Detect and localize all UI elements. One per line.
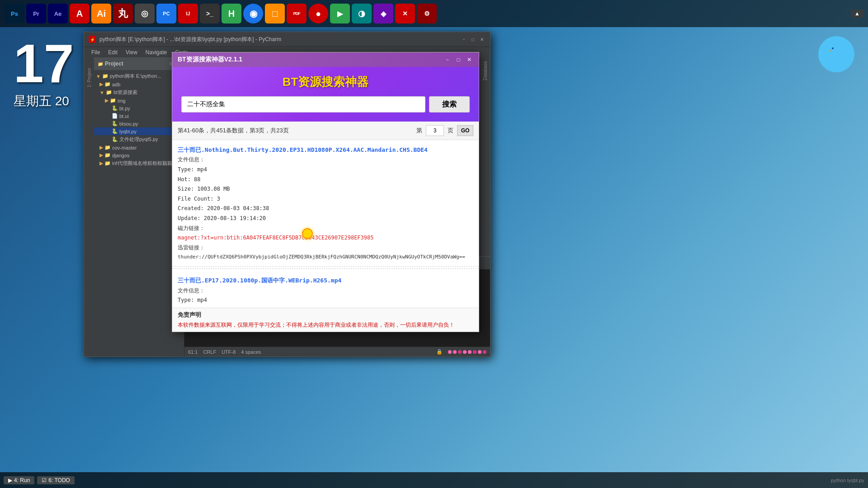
svg-text:⚡: ⚡ — [90, 37, 95, 42]
py-icon-btpy: 🐍 — [112, 105, 118, 111]
folder-expand-icon: ▼ — [96, 74, 101, 79]
ai-orange-icon[interactable]: Ai — [91, 4, 111, 23]
tree-item-djangos[interactable]: ▶ 📁 djangos — [94, 151, 184, 159]
run-icon-bottom: ▶ — [8, 477, 12, 483]
tree-label-btpy: bt.py — [119, 106, 130, 111]
ij-icon[interactable]: IJ — [178, 4, 198, 23]
tree-label-adb: adb — [112, 82, 120, 87]
bt-search-input[interactable] — [181, 96, 425, 113]
menu-navigate[interactable]: Navigate — [142, 48, 170, 56]
folder-expand-cov: ▶ — [99, 145, 103, 150]
cmd-icon[interactable]: >_ — [200, 4, 220, 23]
bt-results[interactable]: 三十而已.Nothing.But.Thirty.2020.EP31.HD1080… — [172, 140, 479, 308]
pycharm-close-button[interactable]: ✕ — [478, 36, 486, 43]
tree-item-root[interactable]: ▼ 📁 python脚本 E:\python... — [94, 72, 184, 80]
pycharm-maximize-button[interactable]: □ — [469, 36, 476, 43]
folder-icon-img: 📁 — [110, 98, 116, 103]
pr-icon[interactable]: Pr — [26, 4, 46, 23]
dot-7 — [478, 350, 481, 354]
tree-item-bt[interactable]: ▼ 📁 bt资源搜索 — [94, 88, 184, 97]
tree-item-fileproc[interactable]: 🐍 文件处理pyqt5.py — [94, 135, 184, 144]
taskbar-status-right: python lyqbt.py — [831, 478, 864, 483]
menu-view[interactable]: View — [122, 48, 141, 56]
tree-item-img[interactable]: ▶ 📁 img — [94, 97, 184, 104]
svg-point-2 — [829, 46, 834, 52]
status-lock-icon: 🔒 — [436, 349, 443, 355]
tree-item-btsou[interactable]: 🐍 btsou.py — [94, 120, 184, 127]
dot-6 — [473, 350, 476, 354]
teal-icon[interactable]: ◑ — [352, 4, 372, 23]
ai-red-icon[interactable]: A — [70, 4, 90, 23]
tree-item-inf[interactable]: ▶ 📁 inf代理圈域名维权框框颖颖校校 — [94, 159, 184, 168]
tree-item-btpy[interactable]: 🐍 bt.py — [94, 104, 184, 112]
browser-icon[interactable]: ◉ — [243, 4, 263, 23]
pdf-icon[interactable]: PDF — [287, 4, 307, 23]
folder-icon-inf: 📁 — [104, 160, 111, 166]
result-thunder-link-1[interactable]: thunder://QUFtdZXQ6PSh0PXVybjpidGloOjZEM… — [178, 253, 473, 262]
tree-label-fileproc: 文件处理pyqt5.py — [119, 136, 158, 143]
maru-icon[interactable]: 丸 — [113, 4, 133, 23]
bt-minimize-button[interactable]: － — [443, 56, 452, 64]
bt-window: BT资源搜索神器V2.1.1 － □ ✕ BT资源搜索神器 搜索 第41-60条… — [172, 52, 479, 332]
database-sidebar-label[interactable]: Database — [483, 61, 488, 80]
rec-icon[interactable]: ● — [308, 4, 328, 23]
h-icon[interactable]: H — [222, 4, 241, 23]
bt-window-controls: － □ ✕ — [443, 56, 473, 64]
green-arrow-icon[interactable]: ▶ — [330, 4, 350, 23]
dot-8 — [483, 350, 486, 354]
result-title-1[interactable]: 三十而已.Nothing.But.Thirty.2020.EP31.HD1080… — [178, 145, 473, 155]
pc-icon[interactable]: PC — [156, 4, 176, 23]
tree-item-lyqbt[interactable]: 🐍 lyqbt.py — [94, 127, 184, 135]
notch-icon[interactable]: ◎ — [135, 4, 155, 23]
status-charset: UTF-8 — [222, 349, 236, 355]
folder-expand-img: ▶ — [105, 98, 108, 103]
taskbar-bottom: ▶ 4: Run ☑ 6: TODO python lyqbt.py — [0, 472, 868, 488]
result-item-2: 三十而已.EP17.2020.1080p.国语中字.WEBrip.H265.mp… — [172, 271, 479, 308]
ae-icon[interactable]: Ae — [48, 4, 68, 23]
tree-item-adb[interactable]: ▶ 📁 adb — [94, 80, 184, 88]
folder-icon-bt: 📁 — [106, 89, 112, 95]
result-filecount-1: File Count: 3 — [178, 194, 473, 204]
menu-file[interactable]: File — [88, 48, 104, 56]
taskbar-todo-button[interactable]: ☑ 6: TODO — [37, 476, 75, 484]
bt-title-text: BT资源搜索神器V2.1.1 — [178, 56, 443, 64]
pagination-summary: 第41-60条，共451条数据，第3页，共23页 — [178, 127, 289, 135]
orange-icon[interactable]: □ — [265, 4, 285, 23]
tree-item-btui[interactable]: 📄 bt.ui — [94, 112, 184, 120]
red-x-icon[interactable]: ✕ — [395, 4, 415, 23]
result-type-2: Type: mp4 — [178, 296, 473, 305]
pagination-page-label: 第 — [416, 127, 422, 135]
pycharm-titlebar: ⚡ python脚本 [E:\python脚本] - ...\bt资源搜索\ly… — [84, 32, 490, 47]
bt-close-button[interactable]: ✕ — [465, 56, 473, 64]
todo-icon-bottom: ☑ — [42, 477, 47, 483]
project-sidebar-label[interactable]: 1: Project — [87, 68, 92, 87]
taskbar-top: Ps Pr Ae A Ai 丸 ◎ PC IJ >_ H ◉ □ PDF ● ▶… — [0, 0, 868, 27]
bt-search-button[interactable]: 搜索 — [429, 96, 470, 113]
result-title-2[interactable]: 三十而已.EP17.2020.1080p.国语中字.WEBrip.H265.mp… — [178, 275, 473, 286]
bt-main-title: BT资源搜索神器 — [181, 74, 470, 90]
folder-expand-bt: ▼ — [99, 90, 104, 95]
bt-page-input[interactable] — [426, 125, 444, 136]
taskbar-run-button[interactable]: ▶ 4: Run — [4, 476, 34, 484]
result-magnet-link-1[interactable]: magnet:?xt=urn:btih:6A047FEAF8EC8F5DB7CB… — [178, 233, 473, 243]
py-icon-btsou: 🐍 — [112, 121, 118, 127]
result-updated-1: Update: 2020-08-13 19:14:20 — [178, 214, 473, 224]
pycharm-title: python脚本 [E:\python脚本] - ...\bt资源搜索\lyqb… — [99, 36, 457, 43]
taskbar-icons: Ps Pr Ae A Ai 丸 ◎ PC IJ >_ H ◉ □ PDF ● ▶… — [5, 4, 437, 23]
bt-maximize-button[interactable]: □ — [454, 56, 462, 64]
purple-icon[interactable]: ◈ — [373, 4, 393, 23]
dot-1 — [448, 350, 452, 354]
menu-edit[interactable]: Edit — [104, 48, 121, 56]
result-magnet-label-1: 磁力链接： — [178, 224, 473, 234]
tree-item-cov[interactable]: ▶ 📁 cov-master — [94, 144, 184, 151]
ps-icon[interactable]: Ps — [5, 4, 24, 23]
pycharm-minimize-button[interactable]: － — [460, 36, 467, 43]
dark-red-icon[interactable]: ⚙ — [417, 4, 437, 23]
tree-label-cov: cov-master — [112, 145, 137, 150]
bt-go-button[interactable]: GO — [457, 125, 473, 136]
bt-search-bar: 搜索 — [181, 96, 470, 113]
dot-3 — [458, 350, 462, 354]
bt-header-bg: BT资源搜索神器 搜索 — [172, 67, 479, 122]
divider-1 — [172, 268, 479, 269]
status-indent: 4 spaces — [241, 349, 261, 355]
